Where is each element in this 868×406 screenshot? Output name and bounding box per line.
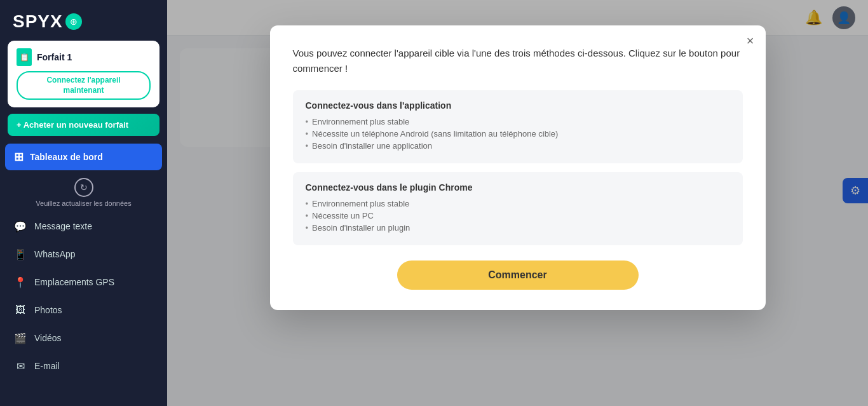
connection-modal: × Vous pouvez connecter l'appareil cible… — [270, 25, 766, 310]
method-chrome-point-2: Nécessite un PC — [306, 211, 730, 220]
whatsapp-icon: 📱 — [14, 248, 27, 261]
sidebar-item-message-texte[interactable]: 💬 Message texte — [0, 212, 167, 240]
modal-close-button[interactable]: × — [747, 34, 754, 47]
modal-overlay: × Vous pouvez connecter l'appareil cible… — [167, 0, 868, 406]
message-texte-label: Message texte — [34, 221, 92, 231]
videos-label: Vidéos — [34, 333, 62, 343]
sidebar-item-dashboard[interactable]: ⊞ Tableaux de bord — [5, 144, 162, 170]
photos-label: Photos — [34, 305, 62, 315]
update-notice: ↻ Veuillez actualiser les données — [0, 173, 167, 212]
new-plan-button[interactable]: + Acheter un nouveau forfait — [8, 114, 159, 136]
main-content: 🔔 👤 0 💬 E-mail ⚙ × Vous pouvez connecter… — [167, 0, 868, 406]
sidebar-item-email[interactable]: ✉ E-mail — [0, 352, 167, 380]
modal-intro-text: Vous pouvez connecter l'appareil cible v… — [293, 46, 743, 76]
method-chrome-point-1: Environnement plus stable — [306, 199, 730, 208]
gps-icon: 📍 — [14, 276, 27, 288]
start-button[interactable]: Commencer — [397, 261, 639, 290]
method-app-card: Connectez-vous dans l'application Enviro… — [293, 90, 743, 163]
method-app-point-2: Nécessite un téléphone Android (sans lim… — [306, 129, 730, 139]
method-chrome-card: Connectez-vous dans le plugin Chrome Env… — [293, 172, 743, 245]
sidebar-item-videos[interactable]: 🎬 Vidéos — [0, 324, 167, 352]
method-app-point-1: Environnement plus stable — [306, 117, 730, 126]
update-notice-text: Veuillez actualiser les données — [36, 200, 131, 207]
sidebar-plan-card: 📋 Forfait 1 Connectez l'appareil mainten… — [8, 41, 159, 107]
email-label: E-mail — [34, 361, 60, 371]
email-icon: ✉ — [14, 360, 27, 372]
plan-icon: 📋 — [17, 48, 32, 66]
dashboard-label: Tableaux de bord — [30, 152, 103, 162]
sidebar: SPYX ⊕ 📋 Forfait 1 Connectez l'appareil … — [0, 0, 167, 406]
message-texte-icon: 💬 — [14, 220, 27, 233]
method-app-point-3: Besoin d'installer une application — [306, 141, 730, 151]
dashboard-icon: ⊞ — [14, 150, 24, 164]
gps-label: Emplacements GPS — [34, 277, 114, 287]
plan-title: 📋 Forfait 1 — [17, 48, 151, 66]
logo-text: SPYX — [13, 11, 63, 32]
plan-label: Forfait 1 — [37, 52, 72, 62]
whatsapp-label: WhatsApp — [34, 249, 76, 259]
method-app-title: Connectez-vous dans l'application — [306, 100, 730, 111]
logo: SPYX ⊕ — [0, 0, 167, 41]
photos-icon: 🖼 — [14, 304, 27, 316]
sidebar-item-whatsapp[interactable]: 📱 WhatsApp — [0, 240, 167, 268]
method-chrome-title: Connectez-vous dans le plugin Chrome — [306, 182, 730, 193]
method-chrome-point-3: Besoin d'installer un plugin — [306, 223, 730, 233]
logo-icon: ⊕ — [65, 13, 82, 30]
connect-device-button[interactable]: Connectez l'appareil maintenant — [17, 71, 151, 100]
sidebar-item-photos[interactable]: 🖼 Photos — [0, 296, 167, 324]
videos-icon: 🎬 — [14, 332, 27, 344]
sidebar-item-emplacements-gps[interactable]: 📍 Emplacements GPS — [0, 268, 167, 296]
refresh-icon: ↻ — [74, 178, 93, 197]
